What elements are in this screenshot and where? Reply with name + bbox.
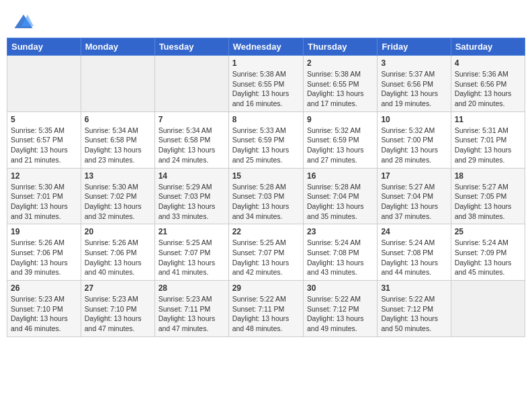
day-info: Sunrise: 5:29 AMSunset: 7:03 PMDaylight:… (159, 182, 225, 222)
calendar-cell: 12Sunrise: 5:30 AMSunset: 7:01 PMDayligh… (7, 168, 81, 224)
day-info: Sunrise: 5:32 AMSunset: 6:59 PMDaylight:… (307, 126, 373, 165)
day-info: Sunrise: 5:25 AMSunset: 7:07 PMDaylight:… (159, 238, 225, 277)
day-number: 2 (307, 58, 373, 68)
day-info: Sunrise: 5:23 AMSunset: 7:10 PMDaylight:… (85, 294, 151, 334)
day-info: Sunrise: 5:23 AMSunset: 7:11 PMDaylight:… (159, 294, 225, 334)
calendar-week-row: 19Sunrise: 5:26 AMSunset: 7:06 PMDayligh… (7, 224, 525, 281)
calendar-cell: 21Sunrise: 5:25 AMSunset: 7:07 PMDayligh… (154, 224, 228, 281)
day-number: 13 (85, 171, 151, 181)
calendar-cell: 18Sunrise: 5:27 AMSunset: 7:05 PMDayligh… (451, 168, 525, 224)
day-number: 4 (455, 58, 521, 68)
calendar-week-row: 1Sunrise: 5:38 AMSunset: 6:55 PMDaylight… (7, 56, 525, 112)
calendar-cell: 14Sunrise: 5:29 AMSunset: 7:03 PMDayligh… (154, 168, 228, 224)
calendar-cell: 2Sunrise: 5:38 AMSunset: 6:55 PMDaylight… (303, 56, 377, 112)
calendar-cell: 7Sunrise: 5:34 AMSunset: 6:58 PMDaylight… (154, 111, 228, 168)
day-header-saturday: Saturday (451, 38, 525, 56)
day-header-wednesday: Wednesday (228, 38, 303, 56)
logo (13, 12, 36, 32)
day-header-monday: Monday (81, 38, 154, 56)
day-number: 23 (307, 227, 373, 236)
day-info: Sunrise: 5:24 AMSunset: 7:08 PMDaylight:… (381, 238, 447, 277)
day-header-thursday: Thursday (303, 38, 377, 56)
day-number: 1 (232, 58, 300, 68)
day-info: Sunrise: 5:22 AMSunset: 7:12 PMDaylight:… (307, 294, 373, 334)
calendar-week-row: 26Sunrise: 5:23 AMSunset: 7:10 PMDayligh… (7, 281, 525, 337)
day-number: 30 (307, 283, 373, 293)
day-info: Sunrise: 5:22 AMSunset: 7:11 PMDaylight:… (232, 294, 300, 334)
calendar-cell (81, 56, 154, 112)
day-info: Sunrise: 5:25 AMSunset: 7:07 PMDaylight:… (232, 238, 300, 277)
calendar: SundayMondayTuesdayWednesdayThursdayFrid… (7, 38, 525, 337)
calendar-cell: 13Sunrise: 5:30 AMSunset: 7:02 PMDayligh… (81, 168, 154, 224)
calendar-cell: 1Sunrise: 5:38 AMSunset: 6:55 PMDaylight… (228, 56, 303, 112)
day-number: 28 (159, 283, 225, 293)
day-info: Sunrise: 5:23 AMSunset: 7:10 PMDaylight:… (11, 294, 77, 334)
calendar-cell: 22Sunrise: 5:25 AMSunset: 7:07 PMDayligh… (228, 224, 303, 281)
day-info: Sunrise: 5:37 AMSunset: 6:56 PMDaylight:… (381, 69, 447, 109)
day-number: 6 (85, 115, 151, 124)
day-info: Sunrise: 5:34 AMSunset: 6:58 PMDaylight:… (85, 126, 151, 165)
calendar-cell: 28Sunrise: 5:23 AMSunset: 7:11 PMDayligh… (154, 281, 228, 337)
day-info: Sunrise: 5:36 AMSunset: 6:56 PMDaylight:… (455, 69, 521, 109)
day-number: 17 (381, 171, 447, 181)
calendar-cell: 4Sunrise: 5:36 AMSunset: 6:56 PMDaylight… (451, 56, 525, 112)
day-number: 12 (11, 171, 77, 181)
calendar-week-row: 12Sunrise: 5:30 AMSunset: 7:01 PMDayligh… (7, 168, 525, 224)
day-info: Sunrise: 5:24 AMSunset: 7:08 PMDaylight:… (307, 238, 373, 277)
day-info: Sunrise: 5:35 AMSunset: 6:57 PMDaylight:… (11, 126, 77, 165)
day-number: 29 (232, 283, 300, 293)
calendar-cell: 29Sunrise: 5:22 AMSunset: 7:11 PMDayligh… (228, 281, 303, 337)
day-info: Sunrise: 5:32 AMSunset: 7:00 PMDaylight:… (381, 126, 447, 165)
day-info: Sunrise: 5:34 AMSunset: 6:58 PMDaylight:… (159, 126, 225, 165)
logo-icon (13, 12, 34, 32)
calendar-cell: 27Sunrise: 5:23 AMSunset: 7:10 PMDayligh… (81, 281, 154, 337)
calendar-cell (451, 281, 525, 337)
day-info: Sunrise: 5:26 AMSunset: 7:06 PMDaylight:… (11, 238, 77, 277)
day-info: Sunrise: 5:22 AMSunset: 7:12 PMDaylight:… (381, 294, 447, 334)
day-number: 15 (232, 171, 300, 181)
calendar-cell (154, 56, 228, 112)
day-number: 31 (381, 283, 447, 293)
day-info: Sunrise: 5:31 AMSunset: 7:01 PMDaylight:… (455, 126, 521, 165)
calendar-cell: 20Sunrise: 5:26 AMSunset: 7:06 PMDayligh… (81, 224, 154, 281)
calendar-cell: 5Sunrise: 5:35 AMSunset: 6:57 PMDaylight… (7, 111, 81, 168)
day-info: Sunrise: 5:38 AMSunset: 6:55 PMDaylight:… (307, 69, 373, 109)
day-header-friday: Friday (378, 38, 451, 56)
calendar-cell: 3Sunrise: 5:37 AMSunset: 6:56 PMDaylight… (378, 56, 451, 112)
day-info: Sunrise: 5:28 AMSunset: 7:04 PMDaylight:… (307, 182, 373, 222)
day-number: 11 (455, 115, 521, 124)
calendar-cell: 11Sunrise: 5:31 AMSunset: 7:01 PMDayligh… (451, 111, 525, 168)
header (7, 7, 525, 35)
day-info: Sunrise: 5:26 AMSunset: 7:06 PMDaylight:… (85, 238, 151, 277)
day-number: 24 (381, 227, 447, 236)
day-info: Sunrise: 5:27 AMSunset: 7:04 PMDaylight:… (381, 182, 447, 222)
calendar-cell: 19Sunrise: 5:26 AMSunset: 7:06 PMDayligh… (7, 224, 81, 281)
day-number: 7 (159, 115, 225, 124)
calendar-cell: 25Sunrise: 5:24 AMSunset: 7:09 PMDayligh… (451, 224, 525, 281)
calendar-cell: 9Sunrise: 5:32 AMSunset: 6:59 PMDaylight… (303, 111, 377, 168)
day-number: 21 (159, 227, 225, 236)
day-header-sunday: Sunday (7, 38, 81, 56)
calendar-cell: 26Sunrise: 5:23 AMSunset: 7:10 PMDayligh… (7, 281, 81, 337)
day-number: 16 (307, 171, 373, 181)
day-number: 19 (11, 227, 77, 236)
day-info: Sunrise: 5:33 AMSunset: 6:59 PMDaylight:… (232, 126, 300, 165)
day-number: 3 (381, 58, 447, 68)
day-number: 25 (455, 227, 521, 236)
day-info: Sunrise: 5:30 AMSunset: 7:01 PMDaylight:… (11, 182, 77, 222)
calendar-cell: 24Sunrise: 5:24 AMSunset: 7:08 PMDayligh… (378, 224, 451, 281)
day-number: 8 (232, 115, 300, 124)
calendar-cell: 6Sunrise: 5:34 AMSunset: 6:58 PMDaylight… (81, 111, 154, 168)
day-info: Sunrise: 5:30 AMSunset: 7:02 PMDaylight:… (85, 182, 151, 222)
calendar-cell (7, 56, 81, 112)
day-number: 27 (85, 283, 151, 293)
day-number: 26 (11, 283, 77, 293)
calendar-cell: 16Sunrise: 5:28 AMSunset: 7:04 PMDayligh… (303, 168, 377, 224)
calendar-week-row: 5Sunrise: 5:35 AMSunset: 6:57 PMDaylight… (7, 111, 525, 168)
calendar-cell: 30Sunrise: 5:22 AMSunset: 7:12 PMDayligh… (303, 281, 377, 337)
day-number: 5 (11, 115, 77, 124)
day-info: Sunrise: 5:24 AMSunset: 7:09 PMDaylight:… (455, 238, 521, 277)
day-info: Sunrise: 5:28 AMSunset: 7:03 PMDaylight:… (232, 182, 300, 222)
calendar-cell: 23Sunrise: 5:24 AMSunset: 7:08 PMDayligh… (303, 224, 377, 281)
calendar-cell: 8Sunrise: 5:33 AMSunset: 6:59 PMDaylight… (228, 111, 303, 168)
